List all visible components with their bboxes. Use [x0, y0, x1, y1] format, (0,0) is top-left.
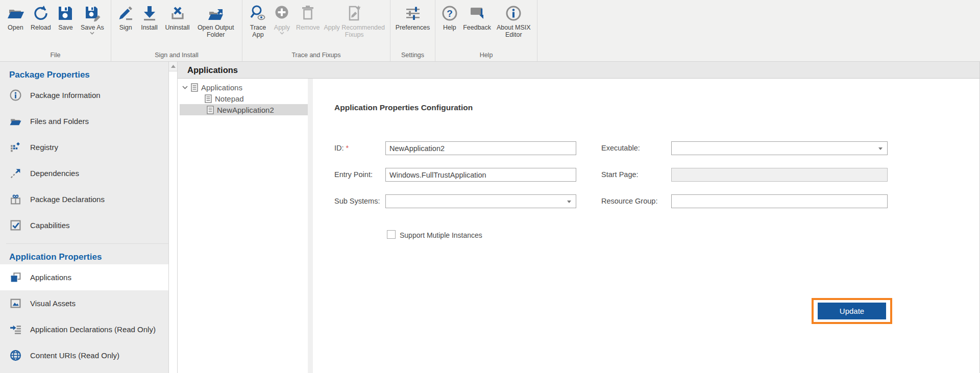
- support-multiple-instances-label: Support Mutiple Instances: [400, 231, 482, 239]
- trace-app-button[interactable]: Trace App: [247, 4, 270, 38]
- resource-group-label: Resource Group:: [601, 194, 657, 208]
- app-declarations-icon: [9, 323, 22, 336]
- about-msix-editor-button[interactable]: About MSIX Editor: [495, 4, 533, 38]
- update-button[interactable]: Update: [818, 303, 886, 319]
- dropdown-arrow-icon: [567, 201, 571, 203]
- executable-combobox[interactable]: [671, 141, 888, 155]
- feedback-button[interactable]: Feedback: [461, 4, 493, 31]
- ribbon-group-label-sign-and-install: Sign and Install: [111, 52, 242, 61]
- sidebar-section-title-package-properties: Package Properties: [9, 70, 168, 80]
- entry-point-input[interactable]: [385, 168, 576, 182]
- msix-editor-window: Open Reload Save Save As File: [0, 0, 980, 373]
- save-button[interactable]: Save: [55, 4, 77, 31]
- document-icon: [191, 83, 198, 92]
- main-panel-title: Applications: [187, 65, 238, 75]
- resource-group-input[interactable]: [671, 194, 888, 208]
- sign-pencil-icon: [117, 5, 134, 22]
- registry-icon: [9, 141, 22, 154]
- package-declarations-icon: [9, 193, 22, 206]
- main-panel-header: Applications: [178, 62, 979, 79]
- sub-systems-combobox[interactable]: [385, 194, 576, 208]
- panel-splitter[interactable]: [308, 79, 313, 373]
- reload-icon: [32, 5, 50, 22]
- ribbon-group-label-help: Help: [435, 52, 537, 61]
- ribbon-group-file: Open Reload Save Save As File: [0, 0, 111, 61]
- start-page-input: [671, 168, 888, 182]
- info-icon: [9, 89, 22, 102]
- ribbon-group-help: ? Help Feedback About MSIX Editor Help: [435, 0, 537, 61]
- chevron-down-icon: [90, 32, 94, 35]
- tree-item-applications-root[interactable]: Applications: [178, 82, 308, 93]
- id-label: ID: *: [334, 141, 349, 155]
- remove-button: Remove: [295, 4, 321, 31]
- preferences-sliders-icon: [404, 5, 422, 22]
- sidebar-item-package-declarations[interactable]: Package Declarations: [0, 186, 168, 212]
- globe-icon: [9, 349, 22, 362]
- document-icon: [207, 106, 214, 114]
- id-input[interactable]: [385, 141, 576, 155]
- sidebar-item-files-and-folders[interactable]: Files and Folders: [0, 108, 168, 134]
- tree-item-label: Notepad: [215, 94, 244, 103]
- applications-tree: Applications Notepad NewApplication2: [178, 79, 308, 373]
- apply-button: Apply: [271, 4, 293, 35]
- save-as-icon: [84, 5, 101, 22]
- sidebar-scrollbar[interactable]: [168, 62, 178, 373]
- sub-systems-label: Sub Systems:: [334, 194, 380, 208]
- capabilities-icon: [9, 219, 22, 232]
- form-title: Application Properties Configuration: [334, 103, 473, 112]
- sidebar-item-package-information[interactable]: Package Information: [0, 82, 168, 108]
- navigation-sidebar: Package Properties Package Information F…: [0, 62, 168, 373]
- open-output-folder-icon: [207, 5, 225, 22]
- document-icon: [205, 94, 212, 103]
- install-arrow-icon: [141, 5, 158, 22]
- uninstall-icon: [169, 5, 186, 22]
- sidebar-item-applications[interactable]: Applications: [0, 264, 168, 290]
- save-icon: [57, 5, 74, 22]
- feedback-icon: [469, 5, 486, 22]
- recommended-fixups-icon: [346, 5, 363, 22]
- sign-button[interactable]: Sign: [115, 4, 136, 31]
- help-button[interactable]: ? Help: [439, 4, 460, 31]
- executable-label: Executable:: [601, 141, 640, 155]
- dropdown-arrow-icon: [878, 147, 883, 150]
- ribbon-group-label-settings: Settings: [390, 52, 435, 61]
- uninstall-button[interactable]: Uninstall: [163, 4, 192, 31]
- open-folder-icon: [7, 5, 24, 22]
- ribbon-group-trace-and-fixups: Trace App Apply Remove Apply Recommended…: [242, 0, 390, 61]
- update-button-highlight: Update: [812, 298, 892, 324]
- visual-assets-icon: [9, 297, 22, 310]
- ribbon-group-settings: Preferences Settings: [390, 0, 435, 61]
- save-as-button[interactable]: Save As: [78, 4, 107, 35]
- tree-item-label: Applications: [201, 83, 242, 92]
- chevron-down-icon: [182, 86, 188, 89]
- open-output-folder-button[interactable]: Open Output Folder: [193, 4, 238, 38]
- sidebar-item-registry[interactable]: Registry: [0, 134, 168, 160]
- sidebar-divider: [6, 243, 168, 244]
- svg-text:?: ?: [447, 8, 453, 19]
- preferences-button[interactable]: Preferences: [395, 4, 431, 31]
- sidebar-item-capabilities[interactable]: Capabilities: [0, 212, 168, 238]
- sidebar-item-application-declarations[interactable]: Application Declarations (Read Only): [0, 316, 168, 342]
- reload-button[interactable]: Reload: [29, 4, 53, 31]
- tree-item-notepad[interactable]: Notepad: [178, 93, 308, 104]
- ribbon-group-label-trace-and-fixups: Trace and Fixups: [242, 52, 390, 61]
- required-asterisk: *: [346, 144, 349, 152]
- ribbon-group-label-file: File: [0, 52, 111, 61]
- scroll-up-button[interactable]: [169, 62, 177, 71]
- remove-trash-icon: [299, 5, 316, 22]
- open-button[interactable]: Open: [4, 4, 27, 31]
- support-multiple-instances-checkbox[interactable]: [387, 230, 396, 239]
- sidebar-item-content-uris[interactable]: Content URIs (Read Only): [0, 342, 168, 368]
- triangle-up-icon: [171, 65, 176, 68]
- trace-app-icon: [249, 5, 266, 22]
- ribbon-group-sign-and-install: Sign Install Uninstall Open Output Folde…: [111, 0, 242, 61]
- install-button[interactable]: Install: [137, 4, 161, 31]
- sidebar-section-title-application-properties: Application Properties: [9, 252, 168, 262]
- entry-point-label: Entry Point:: [334, 168, 373, 182]
- applications-icon: [9, 271, 22, 284]
- tree-item-newapplication2[interactable]: NewApplication2: [180, 104, 308, 115]
- sidebar-item-dependencies[interactable]: Dependencies: [0, 160, 168, 186]
- about-info-icon: [505, 5, 522, 22]
- application-properties-form: Application Properties Configuration ID:…: [313, 79, 979, 373]
- sidebar-item-visual-assets[interactable]: Visual Assets: [0, 290, 168, 316]
